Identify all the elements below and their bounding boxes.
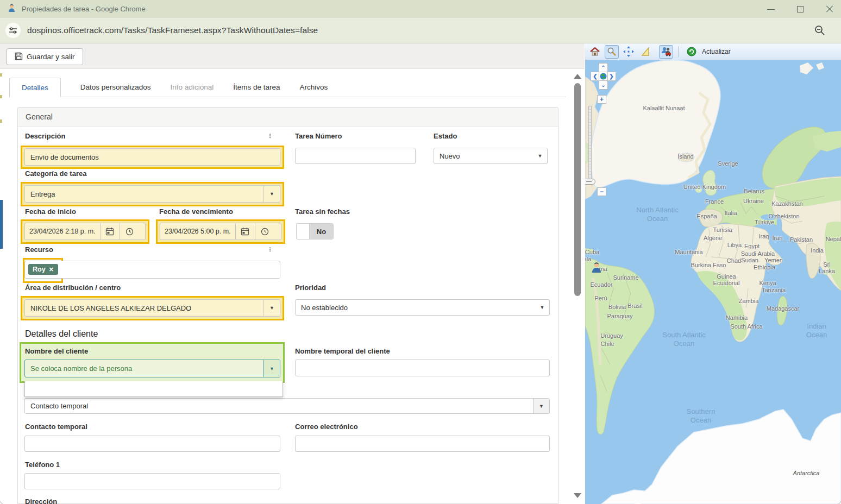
tab-bar: Detalles Datos personalizados Info adici… — [9, 78, 337, 97]
tarea-sin-fechas-label: Tarea sin fechas — [295, 207, 350, 216]
estado-label: Estado — [434, 132, 457, 140]
area-distribucion-value: NIKOLE DE LOS ANGELES ALKIEZAR DELGADO — [25, 304, 263, 312]
clock-icon[interactable] — [255, 223, 274, 240]
contacto-temporal-select[interactable]: Contacto temporal ▼ — [24, 398, 550, 414]
descripcion-label: Descripción — [25, 132, 65, 140]
fecha-inicio-value: 23/04/2026 2:18 p. m. — [25, 228, 100, 235]
recurso-chip-label: Roy — [33, 266, 46, 273]
chevron-down-icon[interactable]: ▼ — [263, 360, 280, 377]
tarea-numero-input[interactable] — [295, 148, 416, 164]
fecha-inicio-input[interactable]: 23/04/2026 2:18 p. m. — [24, 223, 146, 240]
contacto-temporal-input[interactable] — [24, 436, 280, 452]
pan-up-button[interactable]: ⌃ — [599, 63, 608, 72]
recurso-input[interactable] — [24, 261, 280, 279]
calendar-icon[interactable] — [100, 223, 120, 240]
pan-down-button[interactable]: ⌄ — [599, 80, 608, 90]
general-section-header: General — [18, 108, 558, 127]
nombre-cliente-select[interactable]: Se coloca nombre de la persona ▼ — [24, 360, 280, 377]
nombre-temporal-label: Nombre temporal del cliente — [295, 347, 390, 355]
toggle-knob — [297, 224, 310, 239]
chevron-down-icon[interactable]: ▼ — [263, 186, 280, 202]
map-home-button[interactable] — [588, 45, 602, 59]
map-compass-control: ⌃ ❮ ❯ ⌄ — [591, 63, 616, 94]
contacto-temporal-label: Contacto temporal — [25, 423, 87, 431]
window-title: Propiedades de tarea - Google Chrome — [22, 5, 146, 13]
maximize-button[interactable] — [796, 5, 804, 13]
descripcion-options-dots-icon[interactable]: ⁝ — [269, 133, 271, 138]
estado-select[interactable]: Nuevo ▼ — [434, 148, 548, 164]
categoria-select[interactable]: Entrega ▼ — [24, 185, 280, 203]
save-and-exit-label: Guardar y salir — [27, 53, 75, 61]
tab-detalles[interactable]: Detalles — [9, 78, 61, 97]
background-page-edge — [0, 43, 3, 293]
title-bar: Propiedades de tarea - Google Chrome — [0, 0, 841, 18]
chevron-down-icon[interactable]: ▼ — [533, 399, 549, 413]
zoom-in-button[interactable]: + — [597, 95, 606, 104]
nombre-cliente-label: Nombre del cliente — [25, 347, 88, 355]
tab-info-adicional[interactable]: Info adicional — [161, 78, 224, 97]
zoom-slider-track[interactable] — [588, 106, 592, 184]
url-bar: dospinos.officetrack.com/Tasks/TaskFrame… — [0, 18, 841, 43]
calendar-icon[interactable] — [235, 223, 255, 240]
chevron-down-icon: ▼ — [535, 305, 549, 310]
scrollbar-up-arrow[interactable] — [574, 74, 581, 79]
zoom-out-button[interactable]: − — [597, 187, 606, 196]
fecha-vencimiento-value: 23/04/2026 5:00 p. m. — [160, 228, 235, 235]
close-button[interactable] — [826, 5, 833, 13]
toggle-value: No — [310, 224, 333, 239]
pan-right-button[interactable]: ❯ — [607, 72, 616, 81]
tab-archivos[interactable]: Archivos — [290, 78, 337, 97]
recurso-options-dots-icon[interactable]: ⁝ — [269, 247, 271, 251]
fecha-vencimiento-input[interactable]: 23/04/2026 5:00 p. m. — [160, 223, 281, 240]
scrollbar-thumb[interactable] — [574, 83, 581, 296]
area-distribucion-label: Área de distribución / centro — [25, 284, 121, 292]
chip-remove-icon[interactable]: ✕ — [49, 266, 54, 273]
tab-items-de-tarea[interactable]: Ítems de tarea — [223, 78, 290, 97]
nombre-cliente-dropdown-panel[interactable] — [24, 381, 283, 397]
site-settings-icon[interactable] — [5, 23, 21, 38]
direccion-label: Dirección — [25, 497, 57, 504]
nombre-temporal-input[interactable] — [295, 360, 550, 376]
prioridad-select[interactable]: No establecido ▼ — [295, 299, 550, 316]
chevron-down-icon[interactable]: ▼ — [263, 300, 280, 316]
categoria-value: Entrega — [25, 190, 263, 198]
world-map-svg — [585, 60, 841, 504]
map-resources-button[interactable] — [659, 45, 673, 59]
tarea-sin-fechas-toggle[interactable]: No — [296, 223, 334, 240]
map-resource-marker-icon[interactable] — [591, 261, 602, 275]
toolbar-separator — [678, 46, 679, 57]
map-measure-button[interactable] — [638, 45, 652, 59]
cliente-section-title: Detalles del cliente — [25, 329, 98, 339]
scrollbar-down-arrow[interactable] — [574, 493, 581, 498]
chrome-popup-window: Propiedades de tarea - Google Chrome dos… — [0, 0, 841, 504]
zoom-slider-handle[interactable] — [585, 179, 595, 185]
tab-underline — [9, 97, 566, 97]
correo-input[interactable] — [295, 436, 550, 452]
tab-datos-personalizados[interactable]: Datos personalizados — [71, 78, 161, 97]
area-distribucion-select[interactable]: NIKOLE DE LOS ANGELES ALKIEZAR DELGADO ▼ — [24, 299, 280, 317]
zoom-out-icon[interactable] — [814, 24, 826, 39]
descripcion-input[interactable]: Envío de documentos — [24, 148, 280, 166]
map-pane: Actualizar — [585, 43, 841, 504]
recurso-chip[interactable]: Roy ✕ — [28, 264, 58, 275]
nombre-cliente-value: Se coloca nombre de la persona — [25, 364, 263, 373]
clock-icon[interactable] — [120, 223, 139, 240]
map-pan-button[interactable] — [622, 45, 636, 59]
world-map[interactable]: Kalaallit NunaatÍslandSverigeUnited King… — [585, 60, 841, 504]
recurso-label: Recurso — [25, 245, 53, 254]
tarea-numero-label: Tarea Número — [295, 132, 342, 140]
fecha-inicio-label: Fecha de inicio — [25, 207, 76, 216]
correo-label: Correo electrónico — [295, 423, 358, 431]
minimize-button[interactable] — [767, 5, 775, 13]
map-zoom-tool-button[interactable] — [605, 45, 619, 59]
telefono1-input[interactable] — [24, 473, 280, 489]
save-icon — [15, 52, 23, 62]
map-refresh-icon[interactable] — [685, 45, 699, 59]
url-text[interactable]: dospinos.officetrack.com/Tasks/TaskFrame… — [27, 26, 318, 35]
fecha-vencimiento-label: Fecha de vencimiento — [159, 207, 233, 216]
task-form-pane: Guardar y salir Detalles Datos personali… — [0, 43, 585, 504]
save-and-exit-button[interactable]: Guardar y salir — [7, 48, 83, 65]
prioridad-label: Prioridad — [295, 284, 326, 292]
globe-icon[interactable] — [599, 72, 608, 81]
map-refresh-label[interactable]: Actualizar — [702, 48, 731, 55]
